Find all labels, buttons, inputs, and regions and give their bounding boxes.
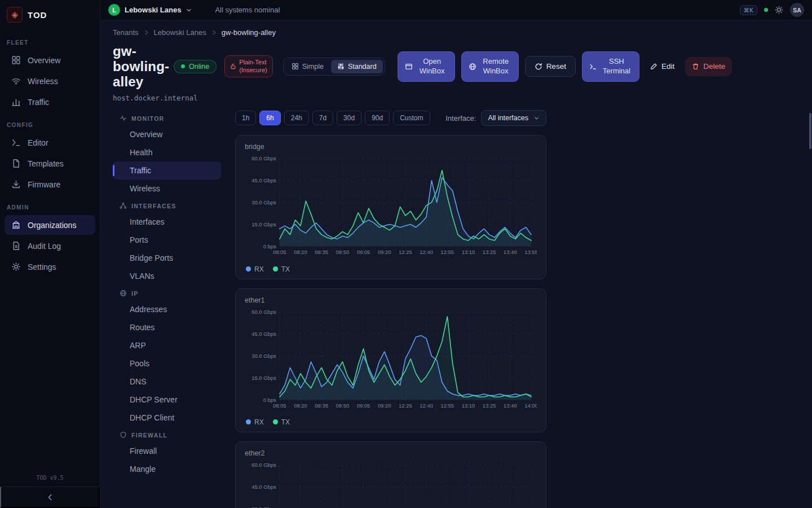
view-simple-button[interactable]: Simple xyxy=(285,60,330,73)
time-range-group: 1h 6h 24h 7d 30d 90d Custom xyxy=(235,111,430,125)
svg-text:12:55: 12:55 xyxy=(440,249,454,256)
sidebar-item-templates[interactable]: Templates xyxy=(5,154,95,173)
sidebar-item-traffic[interactable]: Traffic xyxy=(5,92,95,112)
shield-icon xyxy=(120,431,127,439)
svg-text:12:25: 12:25 xyxy=(399,249,412,256)
open-winbox-button[interactable]: Open WinBox xyxy=(398,51,455,82)
sidebar-collapse-button[interactable] xyxy=(0,487,100,508)
subnav-item-dhcp-server[interactable]: DHCP Server xyxy=(113,391,221,409)
system-status-text: All systems nominal xyxy=(215,6,280,14)
sidebar-item-firmware[interactable]: Firmware xyxy=(5,174,95,194)
view-standard-button[interactable]: Standard xyxy=(331,60,383,73)
chart-card-ether1: ether1 0 bps15.0 Gbps30.0 Gbps45.0 Gbps6… xyxy=(235,288,546,432)
sidebar-item-label: Settings xyxy=(28,262,56,271)
sidebar-item-overview[interactable]: Overview xyxy=(5,50,95,70)
app-version: TOD v9.5 xyxy=(0,470,100,487)
tenant-switcher[interactable]: L Lebowski Lanes xyxy=(108,4,192,16)
svg-text:13:40: 13:40 xyxy=(504,402,517,409)
breadcrumb-tenants[interactable]: Tenants xyxy=(113,28,139,37)
reset-label: Reset xyxy=(546,62,566,71)
interface-select-value: All interfaces xyxy=(488,114,528,122)
subnav-item-arp[interactable]: ARP xyxy=(113,336,221,354)
subnav-item-health[interactable]: Health xyxy=(113,143,221,161)
grid-icon xyxy=(11,55,21,65)
svg-text:08:20: 08:20 xyxy=(294,249,307,256)
subnav-item-pools[interactable]: Pools xyxy=(113,354,221,373)
refresh-icon xyxy=(535,63,542,71)
scrollbar-thumb[interactable] xyxy=(809,113,811,149)
chevron-right-icon xyxy=(143,29,149,36)
range-30d-button[interactable]: 30d xyxy=(337,111,361,125)
subnav-item-routes[interactable]: Routes xyxy=(113,318,221,336)
rx-dot-icon xyxy=(246,266,251,271)
app-sidebar: ◈ TOD FLEET Overview Wireless Traffic CO… xyxy=(0,0,100,508)
subnav-item-dns[interactable]: DNS xyxy=(113,373,221,391)
svg-text:45.0 Gbps: 45.0 Gbps xyxy=(251,484,276,490)
subnav-item-ports[interactable]: Ports xyxy=(113,231,221,249)
bar-chart-icon xyxy=(11,97,21,107)
chart-legend: RX TX xyxy=(245,418,537,426)
interface-select[interactable]: All interfaces xyxy=(481,110,546,126)
chevron-down-icon xyxy=(533,115,540,121)
edit-button[interactable]: Edit xyxy=(646,58,679,75)
wifi-icon xyxy=(11,76,21,86)
sidebar-item-settings[interactable]: Settings xyxy=(5,257,95,277)
subnav-item-traffic[interactable]: Traffic xyxy=(113,161,221,179)
svg-text:13:55: 13:55 xyxy=(524,249,537,256)
sidebar-section-fleet: FLEET Overview Wireless Traffic xyxy=(0,40,100,113)
range-1h-button[interactable]: 1h xyxy=(235,111,256,125)
subnav-item-interfaces[interactable]: Interfaces xyxy=(113,213,221,231)
subnav-item-wireless[interactable]: Wireless xyxy=(113,179,221,198)
view-mode-toggle: Simple Standard xyxy=(283,58,385,76)
online-dot-icon xyxy=(181,64,185,68)
range-7d-button[interactable]: 7d xyxy=(312,111,333,125)
svg-text:0 bps: 0 bps xyxy=(263,243,276,249)
breadcrumb-tenant-name[interactable]: Lebowski Lanes xyxy=(154,28,206,37)
subnav-item-addresses[interactable]: Addresses xyxy=(113,300,221,318)
remote-winbox-button[interactable]: Remote WinBox xyxy=(461,51,519,82)
theme-toggle-button[interactable] xyxy=(775,6,783,14)
breadcrumb: Tenants Lebowski Lanes gw-bowling-alley xyxy=(113,28,812,37)
range-90d-button[interactable]: 90d xyxy=(365,111,390,125)
svg-text:15.0 Gbps: 15.0 Gbps xyxy=(251,221,276,227)
subnav-item-vlans[interactable]: VLANs xyxy=(113,267,221,285)
subnav-item-dhcp-client[interactable]: DHCP Client xyxy=(113,409,221,427)
subnav-item-overview[interactable]: Overview xyxy=(113,125,221,143)
sidebar-item-label: Wireless xyxy=(28,77,58,86)
sidebar-section-config: CONFIG Editor Templates Firmware xyxy=(0,122,100,195)
chevron-right-icon xyxy=(211,29,217,36)
warning-label: Plain-Text (Insecure) xyxy=(239,59,267,75)
subnav-item-mangle[interactable]: Mangle xyxy=(113,460,221,478)
svg-text:30.0 Gbps: 30.0 Gbps xyxy=(251,353,276,359)
legend-tx: TX xyxy=(273,265,290,273)
range-24h-button[interactable]: 24h xyxy=(284,111,309,125)
sidebar-item-organizations[interactable]: Organizations xyxy=(5,215,95,235)
range-custom-button[interactable]: Custom xyxy=(393,111,430,125)
sidebar-item-audit-log[interactable]: Audit Log xyxy=(5,236,95,256)
globe-icon xyxy=(120,290,127,297)
sidebar-item-wireless[interactable]: Wireless xyxy=(5,71,95,91)
subnav-item-firewall[interactable]: Firewall xyxy=(113,442,221,460)
sidebar-item-label: Firmware xyxy=(28,180,60,189)
user-avatar[interactable]: SA xyxy=(790,3,804,17)
subnav-item-bridge-ports[interactable]: Bridge Ports xyxy=(113,249,221,267)
svg-text:09:05: 09:05 xyxy=(357,249,370,256)
chart-legend: RX TX xyxy=(245,265,537,273)
device-actions: Open WinBox Remote WinBox Reset SSH Term… xyxy=(398,51,732,82)
delete-button[interactable]: Delete xyxy=(685,57,732,76)
rx-dot-icon xyxy=(246,419,251,424)
ssh-terminal-button[interactable]: SSH Terminal xyxy=(582,51,639,82)
svg-text:12:55: 12:55 xyxy=(440,402,454,409)
svg-text:13:40: 13:40 xyxy=(504,249,517,256)
range-6h-button[interactable]: 6h xyxy=(259,111,280,125)
svg-text:60.0 Gbps: 60.0 Gbps xyxy=(251,309,276,315)
reset-button[interactable]: Reset xyxy=(525,56,576,77)
sidebar-item-label: Editor xyxy=(28,138,48,147)
edit-label: Edit xyxy=(661,62,674,71)
sidebar-item-editor[interactable]: Editor xyxy=(5,133,95,152)
charts-toolbar: 1h 6h 24h 7d 30d 90d Custom Interface: A… xyxy=(235,110,546,126)
command-palette-shortcut[interactable]: ⌘K xyxy=(740,5,757,15)
section-label: FLEET xyxy=(0,40,100,46)
sidebar-item-label: Traffic xyxy=(28,98,49,107)
subnav-section-interfaces: INTERFACES xyxy=(113,198,221,213)
